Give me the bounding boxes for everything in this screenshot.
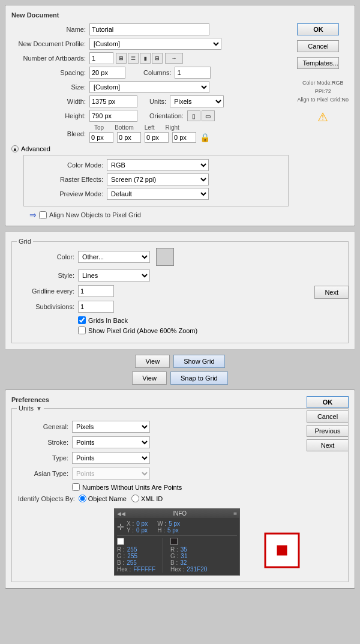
prefs-ok-button[interactable]: OK: [307, 396, 349, 408]
gridline-label: Gridline every:: [18, 287, 78, 295]
x-value: 0 px: [136, 520, 148, 527]
size-select[interactable]: [Custom]: [89, 81, 209, 93]
adv-arrow-icon: ▲: [11, 145, 19, 152]
w-row: W : 5 px: [157, 520, 180, 527]
view-button-2[interactable]: View: [132, 372, 167, 385]
info-expand-icon[interactable]: ◀◀: [117, 511, 125, 517]
grid-color-select[interactable]: Other...: [78, 251, 150, 263]
height-input[interactable]: [89, 110, 137, 122]
landscape-btn[interactable]: ▭: [202, 110, 215, 121]
artboards-input[interactable]: [89, 52, 113, 64]
asian-label: Asian Type:: [18, 470, 72, 477]
cancel-button[interactable]: Cancel: [297, 40, 339, 52]
arrange-icon-btn[interactable]: ⊟: [152, 53, 163, 64]
view-button-1[interactable]: View: [135, 355, 170, 368]
b1-label: B :: [117, 559, 124, 566]
r1-value: 255: [127, 546, 137, 553]
artboard-icon-group: ⊞ ☰ ⫼ ⊟: [116, 53, 163, 64]
units-label: Units:: [149, 98, 166, 105]
ok-button[interactable]: OK: [297, 23, 339, 35]
type-label: Type:: [18, 454, 72, 462]
stroke-select[interactable]: Points: [72, 436, 150, 448]
h-label: H :: [157, 527, 165, 534]
right-buttons-panel: OK Cancel Templates... Color Mode:RGB PP…: [297, 23, 349, 124]
preview-shape-container: [264, 532, 300, 570]
info-colors-row: R : 255 G : 255 B : 255 Hex :: [117, 538, 237, 573]
grid-style-select[interactable]: Lines: [78, 269, 150, 281]
color-info: Color Mode:RGB PPI:72 Align to Pixel Gri…: [297, 79, 349, 104]
grid-next-button[interactable]: Next: [314, 286, 349, 299]
stroke-label: Stroke:: [18, 439, 72, 446]
grid-style-row: Style: Lines: [18, 269, 342, 281]
info-menu-icon[interactable]: ≡: [233, 510, 237, 517]
bleed-right[interactable]: [172, 132, 196, 143]
row-icon-btn[interactable]: ☰: [128, 53, 139, 64]
orientation-label: Orientation:: [149, 112, 184, 119]
general-select[interactable]: Pixels: [72, 421, 150, 433]
x-row: X : 0 px: [127, 520, 148, 527]
numbers-row: Numbers Without Units Are Points: [72, 483, 342, 491]
h-row: H : 5 px: [157, 527, 180, 534]
show-pixel-cb[interactable]: [78, 327, 86, 334]
lock-icon[interactable]: 🔒: [200, 133, 210, 142]
new-document-dialog: New Document OK Cancel Templates... Colo…: [5, 5, 355, 226]
preview-select[interactable]: Default: [107, 188, 209, 200]
wh-coords: W : 5 px H : 5 px: [157, 520, 180, 534]
show-grid-button[interactable]: Show Grid: [173, 355, 224, 368]
grid-container: Grid Color: Other... Style: Lines Gridli…: [11, 241, 349, 343]
r2-row: R : 35: [170, 546, 207, 553]
advanced-label: Advanced: [21, 145, 50, 152]
preview-row: Preview Mode: Default: [29, 188, 283, 200]
b2-label: B :: [170, 559, 178, 566]
numbers-cb[interactable]: [72, 483, 80, 491]
grid-color-swatch[interactable]: [156, 248, 174, 266]
arrow-right-btn[interactable]: →: [165, 53, 183, 64]
general-label: General:: [18, 423, 72, 430]
stroke-swatch-row: [170, 538, 207, 545]
g2-value: 31: [181, 553, 187, 559]
object-name-radio[interactable]: [79, 495, 86, 502]
bleed-top[interactable]: [89, 132, 113, 143]
grid-icon-btn[interactable]: ⊞: [116, 53, 127, 64]
profile-select[interactable]: [Custom]: [89, 38, 221, 50]
prefs-title: Preferences: [11, 396, 349, 403]
advanced-toggle[interactable]: ▲ Advanced: [11, 145, 349, 152]
gridline-input[interactable]: [78, 285, 114, 297]
right-color-block: R : 35 G : 31 B : 32 Hex :: [170, 538, 207, 573]
warning-icon: ⚠: [297, 110, 349, 124]
width-input[interactable]: [89, 95, 137, 107]
gridline-row: Gridline every:: [18, 285, 342, 297]
grid-color-row: Color: Other...: [18, 248, 342, 266]
type-select[interactable]: Points: [72, 452, 150, 464]
right-label: Right: [166, 124, 179, 131]
bleed-left[interactable]: [145, 132, 169, 143]
object-name-option[interactable]: Object Name: [79, 495, 127, 502]
xml-id-option[interactable]: XML ID: [131, 495, 163, 502]
svg-rect-1: [277, 546, 287, 555]
portrait-btn[interactable]: ▯: [187, 110, 200, 121]
units-legend: Units ▼: [17, 405, 44, 412]
h-value: 5 px: [167, 527, 179, 534]
colormode-select[interactable]: RGB: [107, 159, 209, 171]
spacing-input[interactable]: [89, 67, 125, 79]
asian-select[interactable]: Points: [72, 468, 150, 480]
artboards-label: Number of Artboards:: [11, 55, 89, 62]
raster-select[interactable]: Screen (72 ppi): [107, 173, 209, 185]
b1-row: B : 255: [117, 559, 155, 566]
profile-label: New Document Profile:: [11, 40, 89, 47]
general-row: General: Pixels: [18, 421, 342, 433]
bleed-bottom[interactable]: [117, 132, 141, 143]
x-label: X :: [127, 520, 134, 527]
grids-in-back-cb[interactable]: [78, 316, 86, 324]
templates-button[interactable]: Templates...: [297, 57, 339, 69]
colormode-row: Color Mode: RGB: [29, 159, 283, 171]
snap-to-grid-button[interactable]: Snap to Grid: [170, 372, 228, 385]
units-dropdown-arrow[interactable]: ▼: [36, 405, 42, 412]
col-icon-btn[interactable]: ⫼: [140, 53, 151, 64]
subdivisions-input[interactable]: [78, 301, 114, 313]
units-select[interactable]: Pixels: [170, 95, 224, 107]
xml-id-radio[interactable]: [131, 495, 139, 502]
columns-input[interactable]: [175, 67, 211, 79]
align-checkbox[interactable]: [39, 211, 47, 219]
name-input[interactable]: [89, 23, 209, 35]
